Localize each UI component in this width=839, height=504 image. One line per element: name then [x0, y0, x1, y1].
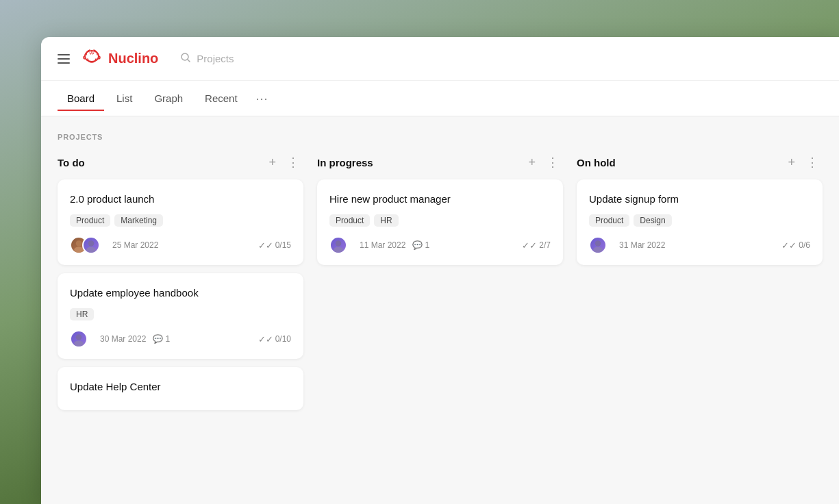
card-tags: Product Marketing	[70, 214, 291, 227]
column-onhold: On hold + ⋮ Update signup form Product D…	[577, 155, 823, 273]
tag-product: Product	[589, 214, 629, 227]
avatars	[70, 236, 100, 254]
column-title-todo: To do	[58, 157, 262, 168]
tab-list[interactable]: List	[107, 87, 142, 111]
card-comments: 💬 1	[412, 240, 429, 250]
card-meta: 11 Mar 2022 💬 1 ✓✓ 2/7	[329, 236, 551, 254]
tag-design: Design	[634, 214, 671, 227]
avatar-2	[82, 236, 100, 254]
check-count: 0/15	[275, 240, 291, 250]
comment-count: 1	[425, 240, 429, 250]
add-card-todo-button[interactable]: +	[264, 155, 280, 170]
search-icon	[180, 52, 191, 66]
check-icon: ✓✓	[258, 240, 273, 251]
logo-icon	[81, 45, 103, 72]
avatar-1	[589, 236, 607, 254]
comment-count: 1	[165, 334, 170, 344]
column-title-inprogress: In progress	[317, 157, 521, 168]
column-title-onhold: On hold	[577, 157, 781, 168]
search-area[interactable]: Projects	[180, 52, 234, 66]
avatars	[70, 330, 88, 348]
card-checks: ✓✓ 0/10	[258, 334, 291, 344]
svg-point-10	[334, 247, 343, 253]
logo-area: Nuclino	[81, 45, 158, 72]
card-date: 25 Mar 2022	[112, 240, 158, 250]
column-todo-menu-button[interactable]: ⋮	[283, 155, 303, 170]
card-employee-handbook[interactable]: Update employee handbook HR 30 Mar 2022 …	[58, 273, 303, 359]
tab-recent[interactable]: Recent	[195, 87, 247, 111]
card-date: 31 Mar 2022	[619, 240, 665, 250]
check-count: 0/6	[799, 240, 810, 250]
columns-container: To do + ⋮ 2.0 product launch Product Mar…	[58, 155, 823, 410]
card-signup-form[interactable]: Update signup form Product Design 31 Mar…	[577, 179, 823, 265]
card-tags: HR	[70, 308, 291, 320]
check-count: 2/7	[539, 240, 551, 250]
card-hire-manager[interactable]: Hire new product manager Product HR 11 M…	[317, 179, 563, 265]
card-help-center[interactable]: Update Help Center	[58, 367, 303, 410]
tag-hr: HR	[70, 308, 94, 320]
column-todo: To do + ⋮ 2.0 product launch Product Mar…	[58, 155, 303, 410]
card-meta: 30 Mar 2022 💬 1 ✓✓ 0/10	[70, 330, 291, 348]
tag-hr: HR	[374, 214, 398, 227]
svg-point-3	[76, 240, 82, 246]
column-header-todo: To do + ⋮	[58, 155, 303, 170]
svg-point-7	[76, 334, 82, 340]
card-title: Hire new product manager	[329, 192, 551, 206]
add-card-inprogress-button[interactable]: +	[524, 155, 540, 170]
hamburger-icon[interactable]	[58, 54, 70, 64]
card-checks: ✓✓ 2/7	[522, 240, 551, 251]
svg-point-12	[593, 247, 603, 253]
svg-point-9	[336, 240, 341, 246]
avatar-1	[329, 236, 347, 254]
svg-point-5	[88, 240, 94, 246]
card-title: Update employee handbook	[70, 286, 291, 300]
comment-icon: 💬	[412, 240, 423, 250]
section-label: PROJECTS	[58, 133, 823, 141]
add-card-onhold-button[interactable]: +	[784, 155, 799, 170]
column-header-inprogress: In progress + ⋮	[317, 155, 563, 170]
check-count: 0/10	[275, 334, 291, 344]
comment-icon: 💬	[153, 334, 163, 344]
svg-point-6	[86, 247, 96, 253]
column-header-onhold: On hold + ⋮	[577, 155, 823, 170]
board-content: PROJECTS To do + ⋮ 2.0 product launch Pr…	[41, 116, 839, 504]
card-checks: ✓✓ 0/15	[258, 240, 291, 251]
card-tags: Product HR	[329, 214, 551, 227]
card-title: Update signup form	[589, 192, 810, 206]
tab-board[interactable]: Board	[58, 87, 104, 111]
card-tags: Product Design	[589, 214, 810, 227]
svg-point-8	[74, 341, 84, 346]
tag-marketing: Marketing	[114, 214, 163, 227]
tag-product: Product	[329, 214, 370, 227]
card-comments: 💬 1	[153, 334, 170, 344]
avatars	[329, 236, 347, 254]
card-title: 2.0 product launch	[70, 192, 291, 206]
check-icon: ✓✓	[258, 334, 273, 344]
header: Nuclino Projects	[41, 37, 839, 81]
tabs-bar: Board List Graph Recent ⋯	[41, 81, 839, 116]
card-product-launch[interactable]: 2.0 product launch Product Marketing	[58, 179, 303, 265]
card-meta: 31 Mar 2022 ✓✓ 0/6	[589, 236, 810, 254]
check-icon: ✓✓	[781, 240, 797, 251]
column-inprogress: In progress + ⋮ Hire new product manager…	[317, 155, 563, 273]
app-name: Nuclino	[108, 51, 158, 66]
avatars	[589, 236, 607, 254]
avatar-1	[70, 330, 88, 348]
card-meta: 25 Mar 2022 ✓✓ 0/15	[70, 236, 291, 254]
card-checks: ✓✓ 0/6	[781, 240, 810, 251]
card-title: Update Help Center	[70, 379, 291, 394]
svg-line-2	[188, 60, 190, 62]
search-placeholder: Projects	[197, 53, 234, 64]
svg-point-11	[595, 240, 601, 246]
check-icon: ✓✓	[522, 240, 537, 251]
tab-more-icon[interactable]: ⋯	[250, 90, 273, 108]
card-date: 30 Mar 2022	[100, 334, 146, 344]
app-window: Nuclino Projects Board List Graph Recent…	[41, 37, 839, 504]
card-date: 11 Mar 2022	[360, 240, 405, 250]
column-onhold-menu-button[interactable]: ⋮	[802, 155, 823, 170]
column-inprogress-menu-button[interactable]: ⋮	[542, 155, 563, 170]
tag-product: Product	[70, 214, 110, 227]
tab-graph[interactable]: Graph	[145, 87, 192, 111]
